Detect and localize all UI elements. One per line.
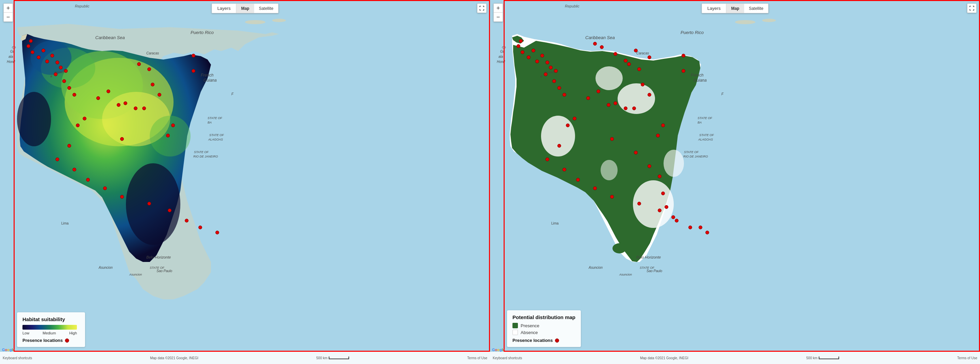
svg-point-9 <box>126 163 180 245</box>
svg-point-39 <box>541 116 575 156</box>
fullscreen-button-1[interactable] <box>477 3 487 13</box>
svg-text:Asuncion: Asuncion <box>129 273 142 276</box>
svg-text:Puerto Rico: Puerto Rico <box>191 30 214 35</box>
map-button-2[interactable]: Map <box>727 4 744 13</box>
presence-dot-icon-2 <box>555 339 559 343</box>
svg-text:Asuncion: Asuncion <box>619 273 632 276</box>
svg-point-37 <box>617 83 655 114</box>
svg-text:STATE OF: STATE OF <box>698 116 712 120</box>
svg-point-40 <box>633 180 674 228</box>
map-button-1[interactable]: Map <box>237 4 254 13</box>
scale-line-2 <box>819 356 839 359</box>
fullscreen-icon-1 <box>479 6 484 11</box>
scale-line-1 <box>329 356 349 359</box>
absence-color-swatch <box>512 330 518 335</box>
svg-text:ala: ala <box>8 55 13 59</box>
svg-text:Guiana: Guiana <box>204 78 217 83</box>
legend2-presence: Presence <box>512 323 576 328</box>
svg-text:Co: Co <box>12 46 16 49</box>
satellite-button-2[interactable]: Satellite <box>744 4 768 13</box>
svg-point-41 <box>663 150 684 177</box>
layers-button-1[interactable]: Layers <box>212 4 237 13</box>
svg-text:STATE OF: STATE OF <box>194 150 208 154</box>
habitat-legend: Habitat suitability Low Medium High Pres… <box>17 312 85 347</box>
presence-legend-2: Presence locations <box>512 338 576 343</box>
svg-text:Republic: Republic <box>75 4 89 8</box>
fullscreen-icon-2 <box>969 6 974 11</box>
layers-button-2[interactable]: Layers <box>702 4 727 13</box>
svg-text:Lima: Lima <box>61 221 69 225</box>
svg-point-1 <box>245 20 266 24</box>
distribution-legend: Potential distribution map Presence Abse… <box>507 310 581 347</box>
svg-text:a: a <box>540 75 542 78</box>
svg-text:Puerto Rico: Puerto Rico <box>681 30 704 35</box>
map-type-controls-2[interactable]: Layers Map Satellite <box>702 3 769 13</box>
svg-point-2 <box>272 19 286 22</box>
svg-text:Panam: Panam <box>544 70 554 74</box>
scale-bar-2: 500 km <box>807 356 840 360</box>
svg-text:F: F <box>721 92 724 96</box>
terms-link-1[interactable]: Terms of Use <box>467 356 487 360</box>
keyboard-shortcuts-2[interactable]: Keyboard shortcuts <box>493 356 522 360</box>
svg-text:STATE OF: STATE OF <box>209 134 224 137</box>
legend2-absence: Absence <box>512 330 576 335</box>
svg-text:STATE OF: STATE OF <box>684 150 698 154</box>
legend-low: Low <box>22 331 29 335</box>
svg-text:STATE OF: STATE OF <box>699 134 714 137</box>
legend-gradient <box>22 325 77 330</box>
presence-color-swatch <box>512 323 518 328</box>
zoom-out-button-1[interactable]: − <box>4 13 13 21</box>
satellite-button-1[interactable]: Satellite <box>254 4 278 13</box>
zoom-in-button-2[interactable]: + <box>494 4 503 13</box>
svg-text:French: French <box>201 73 214 78</box>
scale-label-2: 500 km <box>807 356 818 360</box>
legend-title: Habitat suitability <box>22 316 80 322</box>
terms-link-2[interactable]: Terms of Use <box>957 356 977 360</box>
svg-text:STATE OF: STATE OF <box>208 116 222 120</box>
map-panel-1: Puerto Rico Caribbean Sea French Guiana … <box>0 0 490 364</box>
google-logo-2: Google <box>492 348 505 352</box>
absence-label-2: Absence <box>520 330 538 335</box>
svg-text:STATE OF: STATE OF <box>640 266 654 269</box>
svg-text:Sao Paulo: Sao Paulo <box>646 269 662 273</box>
locations-label-2: Presence locations <box>512 338 553 343</box>
keyboard-shortcuts-1[interactable]: Keyboard shortcuts <box>3 356 32 360</box>
scale-label-1: 500 km <box>317 356 328 360</box>
svg-text:Hond: Hond <box>497 60 505 64</box>
zoom-in-button-1[interactable]: + <box>4 4 13 13</box>
presence-label: Presence locations <box>22 338 63 343</box>
svg-text:Republic: Republic <box>565 4 579 8</box>
svg-text:Belo Horizonte: Belo Horizonte <box>636 255 661 259</box>
svg-text:French: French <box>691 73 704 78</box>
svg-text:Sao Paulo: Sao Paulo <box>156 269 172 273</box>
svg-text:Panam: Panam <box>54 70 64 74</box>
map-svg-1: Puerto Rico Caribbean Sea French Guiana … <box>0 0 490 364</box>
svg-text:Guiana: Guiana <box>694 78 707 83</box>
svg-text:RIO DE JANEIRO: RIO DE JANEIRO <box>193 155 218 158</box>
map-footer-1: Keyboard shortcuts Map data ©2021 Google… <box>0 352 490 364</box>
svg-text:Asuncion: Asuncion <box>98 266 113 269</box>
svg-point-8 <box>17 92 51 146</box>
svg-text:BA: BA <box>698 121 702 124</box>
svg-point-46 <box>762 19 776 22</box>
svg-text:ALAGOAS: ALAGOAS <box>698 138 713 141</box>
svg-text:Asuncion: Asuncion <box>588 266 603 269</box>
map-type-controls-1[interactable]: Layers Map Satellite <box>212 3 279 13</box>
zoom-controls-2[interactable]: + − <box>493 3 503 22</box>
zoom-out-button-2[interactable]: − <box>494 13 503 21</box>
svg-text:Gu: Gu <box>500 50 505 53</box>
svg-text:Caribbean Sea: Caribbean Sea <box>585 35 615 40</box>
legend-labels: Low Medium High <box>22 331 77 335</box>
svg-text:Caracas: Caracas <box>636 51 649 55</box>
svg-point-10 <box>150 116 191 156</box>
zoom-controls-1[interactable]: + − <box>3 3 13 22</box>
svg-text:Co: Co <box>502 46 506 49</box>
map-svg-2: Puerto Rico Caribbean Sea French Guiana … <box>490 0 980 364</box>
map-data-2: Map data ©2021 Google, INEGI <box>640 356 688 360</box>
svg-text:RIO DE JANEIRO: RIO DE JANEIRO <box>683 155 708 158</box>
svg-point-44 <box>612 243 626 253</box>
svg-text:Hond: Hond <box>7 60 15 64</box>
google-logo-1: Google <box>2 348 15 352</box>
map-panel-2: Puerto Rico Caribbean Sea French Guiana … <box>490 0 980 364</box>
fullscreen-button-2[interactable] <box>967 3 977 13</box>
